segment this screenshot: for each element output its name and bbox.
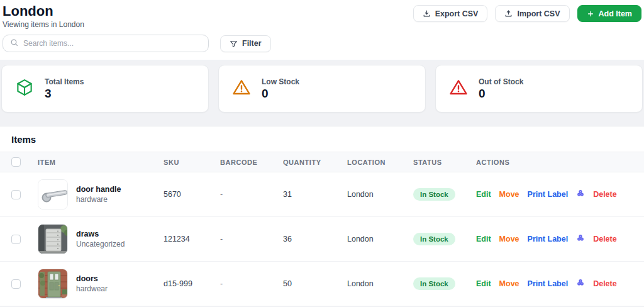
stat-text: Out of Stock 0	[479, 77, 523, 101]
search-box[interactable]	[3, 35, 209, 52]
filter-funnel-icon	[230, 40, 238, 48]
upload-icon	[504, 9, 513, 18]
item-category: Uncategorized	[76, 240, 125, 248]
location-cell: London	[347, 235, 413, 243]
stat-text: Total Items 3	[45, 77, 84, 101]
barcode-cell: -	[220, 190, 283, 199]
header-actions: Export CSV Import CSV Add Item	[413, 5, 641, 22]
warning-triangle-red-icon	[449, 78, 468, 99]
print-label-link[interactable]: Print Label	[528, 279, 569, 288]
barcode-cell: -	[220, 279, 283, 288]
drawer-unit-photo	[38, 224, 68, 254]
delete-link[interactable]: Delete	[593, 279, 617, 288]
edit-link[interactable]: Edit	[476, 279, 491, 288]
item-name: doors	[76, 274, 108, 283]
column-header-barcode: BARCODE	[220, 159, 283, 166]
warning-triangle-amber-icon	[232, 78, 251, 99]
item-text: door handle hardware	[76, 185, 121, 204]
location-cell: London	[347, 279, 413, 288]
search-input[interactable]	[23, 39, 201, 48]
page-subtitle: Viewing items in London	[3, 20, 84, 29]
item-name: draws	[76, 230, 125, 238]
row-actions: Edit Move Print Label Delete	[476, 189, 644, 200]
edit-link[interactable]: Edit	[476, 190, 491, 199]
column-header-item: ITEM	[38, 159, 164, 166]
quantity-cell: 36	[283, 235, 347, 243]
table-row: doors hardwear d15-999 - 50 London In St…	[0, 262, 644, 306]
location-cell: London	[347, 190, 413, 199]
column-header-status: STATUS	[413, 159, 476, 166]
column-header-actions: ACTIONS	[476, 159, 644, 166]
items-section-title: Items	[0, 126, 644, 152]
stat-label: Total Items	[45, 77, 84, 86]
toolbar: Filter	[3, 35, 643, 52]
sku-cell: 5670	[164, 190, 220, 199]
select-row-checkbox[interactable]	[11, 279, 21, 289]
barcode-cell: -	[220, 235, 283, 243]
qr-code-icon[interactable]	[576, 233, 585, 245]
item-text: draws Uncategorized	[76, 230, 125, 248]
package-icon	[15, 78, 34, 99]
status-badge: In Stock	[413, 233, 455, 245]
download-icon	[423, 9, 431, 18]
sku-cell: 121234	[164, 235, 220, 243]
green-door-photo	[38, 269, 68, 299]
stat-value: 3	[45, 87, 84, 101]
qr-code-icon[interactable]	[576, 189, 585, 200]
filter-label: Filter	[242, 39, 262, 48]
move-link[interactable]: Move	[499, 279, 519, 288]
stats-row: Total Items 3 Low Stock 0 Out of Stock 0	[0, 60, 644, 126]
item-category: hardware	[76, 195, 121, 204]
delete-link[interactable]: Delete	[593, 190, 617, 199]
stat-card-out-of-stock: Out of Stock 0	[435, 65, 643, 113]
add-item-label: Add Item	[599, 9, 632, 18]
inventory-page: London Viewing items in London Export CS…	[0, 0, 644, 306]
edit-link[interactable]: Edit	[476, 235, 491, 243]
filter-button[interactable]: Filter	[220, 35, 271, 52]
select-all-checkbox[interactable]	[11, 157, 21, 167]
search-icon	[10, 38, 18, 49]
move-link[interactable]: Move	[499, 190, 519, 199]
table-header-row: ITEM SKU BARCODE QUANTITY LOCATION STATU…	[0, 152, 644, 172]
export-csv-button[interactable]: Export CSV	[413, 5, 488, 22]
column-header-quantity: QUANTITY	[283, 159, 347, 166]
row-actions: Edit Move Print Label Delete	[476, 278, 644, 289]
item-name: door handle	[76, 185, 121, 194]
table-row: door handle hardware 5670 - 31 London In…	[0, 172, 644, 217]
page-header: London Viewing items in London Export CS…	[0, 0, 644, 60]
import-csv-label: Import CSV	[517, 9, 560, 18]
stat-label: Low Stock	[262, 77, 299, 86]
import-csv-button[interactable]: Import CSV	[495, 5, 569, 22]
sku-cell: d15-999	[164, 279, 220, 288]
delete-link[interactable]: Delete	[593, 235, 617, 243]
stat-text: Low Stock 0	[262, 77, 299, 101]
column-header-location: LOCATION	[347, 159, 413, 166]
row-actions: Edit Move Print Label Delete	[476, 233, 644, 245]
column-header-sku: SKU	[164, 159, 220, 166]
add-item-button[interactable]: Add Item	[577, 5, 641, 22]
page-title: London	[3, 3, 84, 20]
qr-code-icon[interactable]	[576, 278, 585, 289]
plus-icon	[587, 10, 594, 18]
items-panel: Items ITEM SKU BARCODE QUANTITY LOCATION…	[0, 126, 644, 306]
door-handle-photo	[38, 179, 68, 209]
stat-card-total-items: Total Items 3	[1, 65, 209, 113]
print-label-link[interactable]: Print Label	[528, 235, 569, 243]
select-row-checkbox[interactable]	[11, 190, 21, 199]
stat-value: 0	[262, 87, 299, 101]
title-block: London Viewing items in London	[3, 3, 84, 29]
quantity-cell: 31	[283, 190, 347, 199]
move-link[interactable]: Move	[499, 235, 519, 243]
status-badge: In Stock	[413, 277, 455, 290]
item-category: hardwear	[76, 284, 108, 293]
table-row: draws Uncategorized 121234 - 36 London I…	[0, 217, 644, 262]
stat-card-low-stock: Low Stock 0	[218, 65, 426, 113]
export-csv-label: Export CSV	[435, 9, 479, 18]
print-label-link[interactable]: Print Label	[528, 190, 569, 199]
status-badge: In Stock	[413, 188, 455, 201]
stat-label: Out of Stock	[479, 77, 523, 86]
stat-value: 0	[479, 87, 523, 101]
quantity-cell: 50	[283, 279, 347, 288]
select-row-checkbox[interactable]	[11, 235, 21, 244]
item-text: doors hardwear	[76, 274, 108, 293]
